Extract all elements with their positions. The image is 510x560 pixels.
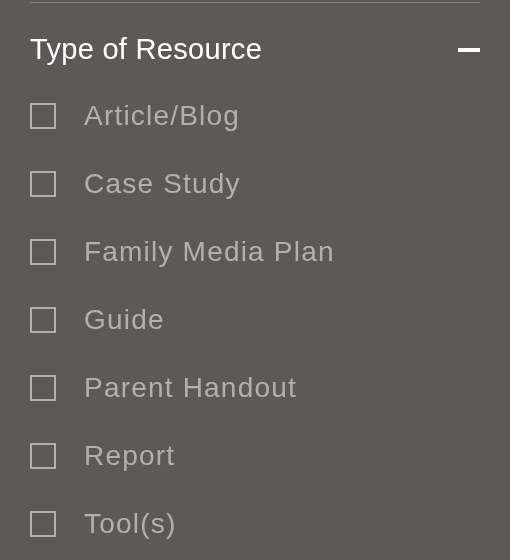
filter-option-tools[interactable]: Tool(s) bbox=[30, 508, 480, 540]
filter-option-guide[interactable]: Guide bbox=[30, 304, 480, 336]
option-label: Family Media Plan bbox=[84, 236, 335, 268]
checkbox-icon bbox=[30, 171, 56, 197]
option-label: Article/Blog bbox=[84, 100, 240, 132]
checkbox-icon bbox=[30, 443, 56, 469]
filter-header[interactable]: Type of Resource bbox=[30, 33, 480, 66]
option-label: Guide bbox=[84, 304, 165, 336]
option-label: Parent Handout bbox=[84, 372, 297, 404]
filter-options-list: Article/Blog Case Study Family Media Pla… bbox=[30, 100, 480, 540]
checkbox-icon bbox=[30, 103, 56, 129]
filter-title: Type of Resource bbox=[30, 33, 262, 66]
option-label: Tool(s) bbox=[84, 508, 176, 540]
checkbox-icon bbox=[30, 307, 56, 333]
option-label: Case Study bbox=[84, 168, 241, 200]
svg-rect-0 bbox=[458, 48, 480, 52]
checkbox-icon bbox=[30, 511, 56, 537]
filter-option-family-media-plan[interactable]: Family Media Plan bbox=[30, 236, 480, 268]
section-divider bbox=[30, 2, 480, 3]
filter-option-case-study[interactable]: Case Study bbox=[30, 168, 480, 200]
filter-option-parent-handout[interactable]: Parent Handout bbox=[30, 372, 480, 404]
checkbox-icon bbox=[30, 239, 56, 265]
filter-option-report[interactable]: Report bbox=[30, 440, 480, 472]
option-label: Report bbox=[84, 440, 175, 472]
collapse-icon bbox=[458, 48, 480, 52]
filter-option-article-blog[interactable]: Article/Blog bbox=[30, 100, 480, 132]
checkbox-icon bbox=[30, 375, 56, 401]
